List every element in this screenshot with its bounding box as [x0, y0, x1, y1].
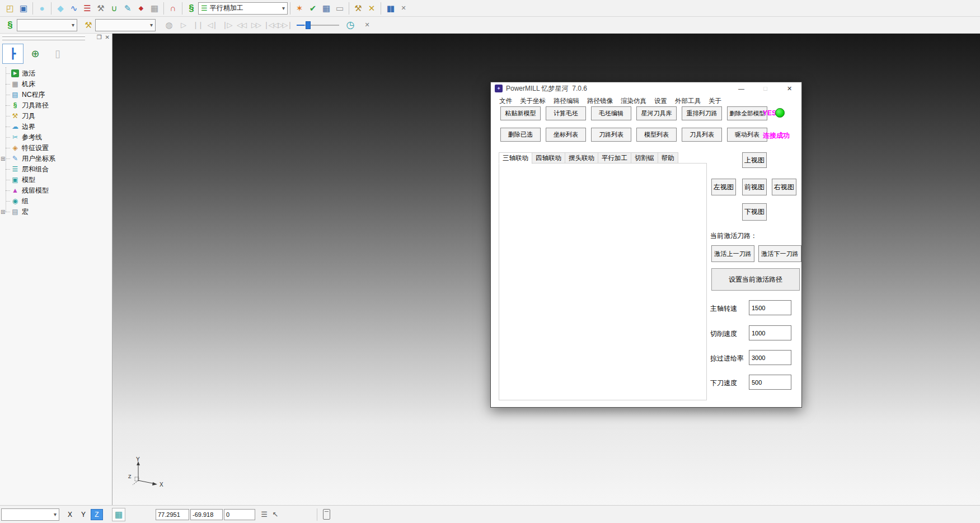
tree-item-tool[interactable]: ⚒ 刀具 [0, 111, 112, 122]
verify-icon[interactable]: ✔ [306, 2, 320, 15]
simulation-speed-slider[interactable] [297, 21, 339, 29]
simulation-block-icon[interactable]: ▦ [148, 2, 161, 15]
shaded-view-icon[interactable]: ● [35, 2, 49, 15]
view-front-button[interactable]: 前视图 [742, 179, 767, 195]
menu-path-edit[interactable]: 路径编辑 [552, 96, 580, 106]
activate-prev-toolpath-button[interactable]: 激活上一刀路 [711, 245, 754, 262]
tab-3axis[interactable]: 三轴联动 [499, 152, 532, 164]
tree-item-machine[interactable]: ▦ 机床 [0, 79, 112, 90]
tree-item-feature-set[interactable]: ◈ 特征设置 [0, 143, 112, 153]
set-active-path-button[interactable]: 设置当前激活路径 [711, 268, 800, 291]
expand-icon[interactable]: ⊞ [1, 153, 5, 164]
panel-grab-handle[interactable] [2, 35, 85, 37]
panel-dock-icon[interactable]: ❐ [97, 34, 102, 40]
strategy-combobox[interactable]: ☰ 平行精加工 ▾ [198, 2, 288, 15]
toolbar-close-icon[interactable]: ✕ [397, 2, 410, 15]
step-back-button[interactable]: ◁❘ [205, 21, 219, 29]
play-button[interactable]: ▷ [176, 21, 190, 29]
block-icon[interactable]: ◆ [54, 2, 67, 15]
drive-list-button[interactable]: 驱动列表 [727, 128, 767, 142]
delete-all-models-button[interactable]: 删除全部模型 [727, 106, 767, 120]
menu-workplane[interactable]: 关于坐标 [519, 96, 547, 106]
tree-item-model[interactable]: ▣ 模型 [0, 175, 112, 185]
plunge-feed-input[interactable] [749, 375, 791, 390]
reorder-toolpath-button[interactable]: 重排列刀路 [682, 106, 722, 120]
model-list-button[interactable]: 模型列表 [636, 128, 677, 142]
paste-new-model-button[interactable]: 粘贴新模型 [500, 106, 541, 120]
menu-external-tools[interactable]: 外部工具 [674, 96, 702, 106]
view-bottom-button[interactable]: 下视图 [742, 203, 767, 221]
toolpath-create-icon[interactable]: ∿ [67, 2, 81, 15]
tree-item-group[interactable]: ◉ 组 [0, 196, 112, 207]
tool-change-icon[interactable]: ⚒ [351, 2, 365, 15]
grid-toggle-button[interactable]: ▦ [112, 508, 125, 521]
calculator-icon[interactable]: ▦ [320, 2, 333, 15]
block-edit-button[interactable]: 毛坯编辑 [591, 106, 631, 120]
axis-y-button[interactable]: Y [77, 509, 90, 520]
tab-explorer-recycle[interactable]: ▯ [47, 44, 68, 64]
panel-grab-handle[interactable] [2, 39, 85, 40]
step-forward-button[interactable]: ❘▷ [219, 21, 234, 29]
tree-item-levels[interactable]: ☰ 层和组合 [0, 164, 112, 175]
fast-forward-button[interactable]: ▷▷ [248, 21, 263, 29]
view-right-button[interactable]: 右视图 [772, 179, 796, 195]
tree-item-workplane[interactable]: ⊞ ✎ 用户坐标系 [0, 153, 112, 164]
tree-item-boundary[interactable]: ☁ 边界 [0, 122, 112, 132]
stock-model-icon[interactable]: ▮▮ [383, 2, 397, 15]
transform-icon[interactable]: ✕ [365, 2, 378, 15]
toolpath-strategy-icon[interactable]: § [185, 2, 198, 15]
menu-render-sim[interactable]: 渲染仿真 [620, 96, 648, 106]
delete-selected-button[interactable]: 删除已选 [500, 128, 541, 142]
tab-4axis[interactable]: 四轴联动 [532, 152, 565, 164]
status-combobox[interactable]: ▾ [1, 508, 59, 521]
maximize-button[interactable]: □ [753, 82, 777, 95]
tab-saw[interactable]: 切割锯 [631, 152, 658, 164]
menu-about[interactable]: 关于 [707, 96, 723, 106]
tool-combobox[interactable]: ▾ [95, 19, 156, 31]
menu-path-mirror[interactable]: 路径镜像 [586, 96, 614, 106]
tool-library-button[interactable]: 星河刀具库 [636, 106, 677, 120]
tool-ball-icon[interactable]: ⚒ [94, 2, 107, 15]
menu-file[interactable]: 文件 [498, 96, 513, 106]
collision-check-icon[interactable]: ✶ [293, 2, 306, 15]
calc-block-button[interactable]: 计算毛坯 [546, 106, 586, 120]
save-icon[interactable]: ▣ [17, 2, 30, 15]
toolpath-combobox[interactable]: ▾ [17, 19, 77, 31]
close-button[interactable]: ✕ [777, 82, 801, 95]
pause-button[interactable]: ❘❘ [190, 21, 205, 29]
view-top-button[interactable]: 上视图 [742, 152, 767, 168]
spindle-speed-input[interactable] [749, 300, 791, 315]
snap-cursor-icon[interactable]: ↖ [270, 509, 281, 520]
tab-parallel[interactable]: 平行加工 [598, 152, 631, 164]
pattern-icon[interactable]: ∪ [107, 2, 121, 15]
panel-close-icon[interactable]: ✕ [105, 34, 110, 40]
go-to-start-button[interactable]: ❘◁◁ [263, 21, 278, 29]
minimize-button[interactable]: — [729, 82, 753, 95]
tree-item-stock-model[interactable]: ▲ 残留模型 [0, 185, 112, 196]
tab-head-tilt[interactable]: 摆头联动 [565, 152, 598, 164]
dual-screen-icon[interactable] [323, 509, 330, 520]
axis-z-button[interactable]: Z [91, 509, 103, 520]
toolpath-icon[interactable]: § [3, 18, 17, 32]
axis-x-button[interactable]: X [64, 509, 76, 520]
tree-item-activate[interactable]: ▶ 激活 [0, 68, 112, 79]
points-icon[interactable]: ◆ [134, 2, 148, 15]
go-to-end-button[interactable]: ▷▷❘ [278, 21, 292, 29]
tree-item-toolpath[interactable]: § 刀具路径 [0, 100, 112, 111]
tab-explorer-web[interactable]: ⊕ [25, 44, 46, 64]
nc-program-icon[interactable]: ☰ [81, 2, 94, 15]
tool-icon[interactable]: ⚒ [82, 18, 95, 32]
slider-handle[interactable] [306, 21, 311, 29]
tab-explorer-tree[interactable]: ┣ [2, 44, 24, 64]
ruler-icon[interactable]: ▭ [333, 2, 346, 15]
tree-item-macro[interactable]: ⊞ ▤ 宏 [0, 207, 112, 217]
collision-arc-icon[interactable]: ∩ [166, 2, 180, 15]
tree-item-nc-program[interactable]: ▤ NC程序 [0, 90, 112, 100]
toolpath-list-button[interactable]: 刀路列表 [591, 128, 631, 142]
lightbulb-icon[interactable]: ◍ [162, 18, 176, 32]
rewind-button[interactable]: ◁◁ [234, 21, 248, 29]
activate-next-toolpath-button[interactable]: 激活下一刀路 [758, 245, 801, 262]
tab-help[interactable]: 帮助 [658, 152, 678, 164]
toolbar-close-icon[interactable]: ✕ [360, 18, 374, 32]
cutting-feed-input[interactable] [749, 325, 791, 340]
